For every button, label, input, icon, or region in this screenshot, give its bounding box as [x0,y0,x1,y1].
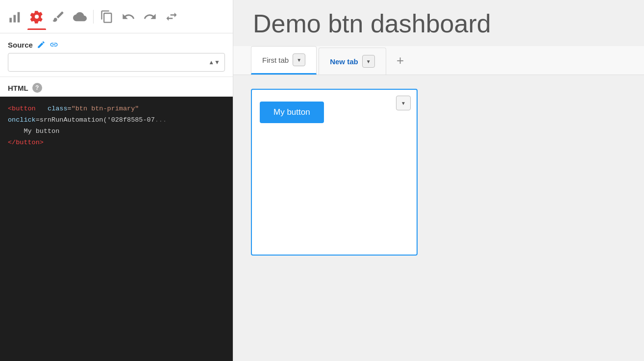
html-section: HTML ? [0,77,233,97]
link-icon[interactable] [50,40,58,49]
settings-icon[interactable] [27,7,46,26]
brush-icon[interactable] [49,7,68,26]
code-line-2: onclick=srnRunAutomation('028f8585-07... [8,115,225,126]
undo-icon[interactable] [119,7,138,26]
add-tab-button[interactable]: + [391,51,410,70]
tab-new-dropdown[interactable]: ▼ [362,55,375,68]
transfer-icon[interactable] [162,7,181,26]
toolbar [0,0,233,33]
dashboard-title: Demo btn dashboard [233,0,644,46]
svg-rect-1 [14,15,16,22]
tab-first[interactable]: First tab ▼ [251,46,317,75]
bar-chart-icon[interactable] [6,7,25,26]
tab-first-dropdown[interactable]: ▼ [293,53,305,66]
html-label: HTML [8,84,28,92]
source-select[interactable] [8,53,225,72]
widget-dropdown-button[interactable]: ▼ [396,96,411,110]
tabs-container: First tab ▼ New tab ▼ + [233,46,644,75]
left-panel: Source ▲▼ HTML ? <button class="btn btn-… [0,0,233,361]
toolbar-separator [93,10,94,24]
code-line-3: My button [8,126,225,137]
tab-new[interactable]: New tab ▼ [319,48,386,75]
code-line-1: <button class="btn btn-primary" [8,103,225,115]
my-button[interactable]: My button [260,102,324,123]
redo-icon[interactable] [141,7,159,26]
cloud-icon[interactable] [71,7,89,26]
svg-rect-0 [9,18,12,22]
source-text: Source [8,41,33,49]
copy-icon[interactable] [98,7,116,26]
widget-container: ▼ My button [251,89,418,256]
edit-icon[interactable] [37,40,46,49]
source-label: Source [8,40,225,49]
svg-rect-2 [18,12,20,22]
content-area: ▼ My button [233,75,644,361]
help-icon[interactable]: ? [32,83,42,93]
source-section: Source ▲▼ [0,33,233,77]
tab-new-label: New tab [330,57,358,66]
tab-first-label: First tab [262,56,289,64]
code-editor: <button class="btn btn-primary" onclick=… [0,97,233,361]
code-line-4: </button> [8,137,225,149]
right-panel: Demo btn dashboard First tab ▼ New tab ▼… [233,0,644,361]
source-select-wrapper: ▲▼ [8,53,225,72]
